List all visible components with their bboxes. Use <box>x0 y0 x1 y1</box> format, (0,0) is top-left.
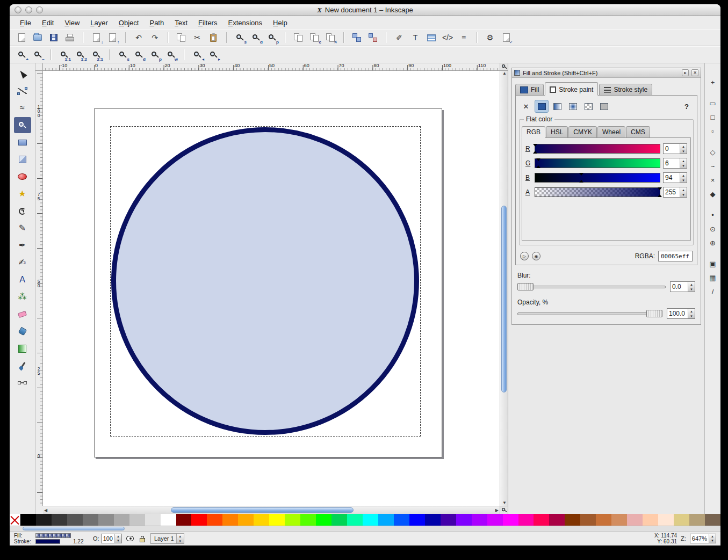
minimize-button[interactable] <box>25 6 32 13</box>
menu-filters[interactable]: Filters <box>193 18 222 28</box>
snap-cusp-nodes-button[interactable]: ◆ <box>707 188 719 200</box>
menu-file[interactable]: File <box>15 18 36 28</box>
channel-spinbox-r-steppers[interactable]: ▲▼ <box>680 144 687 154</box>
spin-down-icon[interactable]: ▼ <box>688 287 695 292</box>
blur-slider-thumb[interactable] <box>517 283 534 290</box>
tab-fill[interactable]: Fill <box>515 84 544 96</box>
undo-button[interactable]: ↶ <box>131 31 146 45</box>
paste-button[interactable] <box>206 31 221 45</box>
ellipse-tool-button[interactable] <box>14 169 31 185</box>
selector-tool-button[interactable] <box>14 66 31 82</box>
unlink-clone-button[interactable]: ✕ <box>323 31 338 45</box>
palette-swatch[interactable] <box>20 514 36 526</box>
spin-up-icon[interactable]: ▲ <box>680 144 687 149</box>
preferences-button[interactable]: ⚙ <box>482 31 498 45</box>
zoom-1-2-button[interactable]: 1:2 <box>73 48 88 62</box>
tweak-tool-button[interactable]: ≈ <box>14 100 31 116</box>
tab-cmyk[interactable]: CMYK <box>568 126 597 138</box>
zoom-button[interactable] <box>36 6 43 13</box>
open-document-button[interactable] <box>30 31 45 45</box>
spin-down-icon[interactable]: ▼ <box>680 192 687 197</box>
palette-swatch[interactable] <box>145 514 161 526</box>
channel-spinbox-g[interactable]: 6▲▼ <box>663 158 687 169</box>
palette-swatch[interactable] <box>300 514 316 526</box>
palette-swatch[interactable] <box>472 514 487 526</box>
palette-swatch[interactable] <box>674 514 689 526</box>
no-color-swatch[interactable] <box>10 514 20 526</box>
tab-rgb[interactable]: RGB <box>522 126 545 138</box>
zoom-page-width-button[interactable]: w <box>163 48 178 62</box>
zoom-spinbox[interactable]: 647% ▲▼ <box>690 534 716 543</box>
canvas[interactable] <box>43 71 500 506</box>
palette-swatch[interactable] <box>36 514 52 526</box>
palette-swatch[interactable] <box>441 514 456 526</box>
color-picker-button[interactable]: ▷ <box>520 252 529 260</box>
snap-bbox-edges-button[interactable]: □ <box>707 111 719 123</box>
menu-help[interactable]: Help <box>268 18 292 28</box>
align-dialog-button[interactable]: ≡ <box>456 31 471 45</box>
channel-spinbox-b-steppers[interactable]: ▲▼ <box>680 173 687 183</box>
tab-stroke-style[interactable]: Stroke style <box>599 84 652 96</box>
pattern-button[interactable] <box>581 100 595 113</box>
palette-swatch[interactable] <box>363 514 378 526</box>
tab-wheel[interactable]: Wheel <box>597 126 625 138</box>
horizontal-scrollbar[interactable]: ◀ ▶ <box>43 506 500 514</box>
layer-steppers[interactable]: ▲▼ <box>176 534 184 543</box>
menu-extensions[interactable]: Extensions <box>223 18 267 28</box>
blur-steppers[interactable]: ▲▼ <box>688 282 695 292</box>
create-clone-button[interactable]: c <box>307 31 322 45</box>
palette-swatch[interactable] <box>689 514 705 526</box>
spin-up-icon[interactable]: ▲ <box>688 309 695 314</box>
snap-object-centers-button[interactable]: ⊙ <box>707 223 719 235</box>
menu-view[interactable]: View <box>60 18 84 28</box>
spin-down-icon[interactable]: ▼ <box>115 539 121 543</box>
snap-nodes-button[interactable]: ◇ <box>707 146 719 158</box>
channel-slider-g[interactable] <box>535 158 660 168</box>
tab-stroke-paint[interactable]: Stroke paint <box>545 82 598 96</box>
menu-layer[interactable]: Layer <box>85 18 113 28</box>
opacity-slider-thumb[interactable] <box>646 310 662 317</box>
palette-swatch[interactable] <box>98 514 114 526</box>
dialog-close-button[interactable]: ✕ <box>691 69 698 76</box>
palette-swatch[interactable] <box>705 514 720 526</box>
scroll-right-icon[interactable]: ▶ <box>495 508 499 513</box>
palette-swatch[interactable] <box>518 514 534 526</box>
blur-spinbox[interactable]: 0.0 ▲▼ <box>670 281 695 292</box>
cut-button[interactable]: ✂ <box>190 31 205 45</box>
xml-editor-button[interactable]: </> <box>440 31 455 45</box>
palette-scroll-thumb[interactable] <box>23 527 125 530</box>
dropper-tool-button[interactable] <box>14 358 31 374</box>
snap-rotation-centers-button[interactable]: ⊕ <box>707 237 719 249</box>
palette-swatch[interactable] <box>176 514 192 526</box>
palette-swatch[interactable] <box>549 514 565 526</box>
zoom-tool-button[interactable] <box>14 117 31 133</box>
palette-scrollbar[interactable] <box>10 526 720 531</box>
vertical-scrollbar[interactable]: ▲ ▼ <box>500 71 508 506</box>
zoom-2-1-button[interactable]: 2:1 <box>89 48 104 62</box>
zoom-to-drawing-button[interactable]: d <box>248 31 263 45</box>
spin-up-icon[interactable]: ▲ <box>177 534 184 539</box>
master-opacity-steppers[interactable]: ▲▼ <box>114 534 121 543</box>
cms-toggle-button[interactable]: ◉ <box>532 252 540 260</box>
channel-spinbox-g-steppers[interactable]: ▲▼ <box>680 158 687 168</box>
snap-guides-button[interactable]: / <box>707 286 719 298</box>
tab-cms[interactable]: CMS <box>626 126 650 138</box>
swatch-button[interactable] <box>597 100 611 113</box>
snap-page-border-button[interactable]: ▣ <box>707 258 719 270</box>
dock-float-button[interactable]: ▸ <box>682 69 689 76</box>
zoom-in-button[interactable]: + <box>14 48 29 62</box>
palette-swatch[interactable] <box>378 514 394 526</box>
export-button[interactable]: ↑ <box>105 31 120 45</box>
zoom-previous-button[interactable]: ◂ <box>190 48 205 62</box>
palette-swatch[interactable] <box>658 514 674 526</box>
palette-swatch[interactable] <box>129 514 145 526</box>
node-tool-button[interactable] <box>14 83 31 99</box>
spin-up-icon[interactable]: ▲ <box>680 187 687 192</box>
zoom-to-selection-button[interactable]: s <box>232 31 247 45</box>
linear-gradient-button[interactable] <box>550 100 564 113</box>
vertical-ruler[interactable]: 1007550250 <box>35 71 43 506</box>
palette-swatch[interactable] <box>161 514 176 526</box>
ungroup-button[interactable] <box>365 31 380 45</box>
rectangle-tool-button[interactable] <box>14 134 31 150</box>
channel-spinbox-r[interactable]: 0▲▼ <box>663 143 687 154</box>
